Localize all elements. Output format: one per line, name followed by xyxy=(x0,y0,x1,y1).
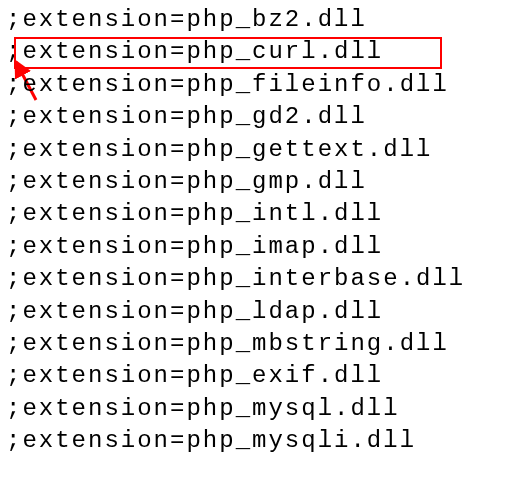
config-line: ;extension=php_curl.dll xyxy=(0,36,529,68)
config-line-text: ;extension=php_mysql.dll xyxy=(6,395,400,422)
config-line: ;extension=php_mbstring.dll xyxy=(0,328,529,360)
config-line-text: ;extension=php_gd2.dll xyxy=(6,103,367,130)
config-line-text: ;extension=php_bz2.dll xyxy=(6,6,367,33)
config-line-text: ;extension=php_imap.dll xyxy=(6,233,383,260)
config-line: ;extension=php_intl.dll xyxy=(0,198,529,230)
config-line-text: ;extension=php_gmp.dll xyxy=(6,168,367,195)
config-line: ;extension=php_imap.dll xyxy=(0,231,529,263)
config-line: ;extension=php_bz2.dll xyxy=(0,4,529,36)
config-line: ;extension=php_exif.dll xyxy=(0,360,529,392)
config-line: ;extension=php_gd2.dll xyxy=(0,101,529,133)
config-line: ;extension=php_gettext.dll xyxy=(0,134,529,166)
config-line-text: ;extension=php_intl.dll xyxy=(6,200,383,227)
config-line-text: ;extension=php_exif.dll xyxy=(6,362,383,389)
config-line: ;extension=php_gmp.dll xyxy=(0,166,529,198)
config-line-text: ;extension=php_gettext.dll xyxy=(6,136,432,163)
config-line-text: ;extension=php_fileinfo.dll xyxy=(6,71,449,98)
config-line-text: ;extension=php_curl.dll xyxy=(6,38,383,65)
config-line-text: ;extension=php_mysqli.dll xyxy=(6,427,416,454)
config-text-block: ;extension=php_bz2.dll;extension=php_cur… xyxy=(0,4,529,457)
config-line: ;extension=php_mysql.dll xyxy=(0,393,529,425)
config-line-text: ;extension=php_mbstring.dll xyxy=(6,330,449,357)
config-line: ;extension=php_ldap.dll xyxy=(0,296,529,328)
config-line-text: ;extension=php_interbase.dll xyxy=(6,265,465,292)
config-line: ;extension=php_fileinfo.dll xyxy=(0,69,529,101)
config-line: ;extension=php_interbase.dll xyxy=(0,263,529,295)
config-line-text: ;extension=php_ldap.dll xyxy=(6,298,383,325)
config-line: ;extension=php_mysqli.dll xyxy=(0,425,529,457)
